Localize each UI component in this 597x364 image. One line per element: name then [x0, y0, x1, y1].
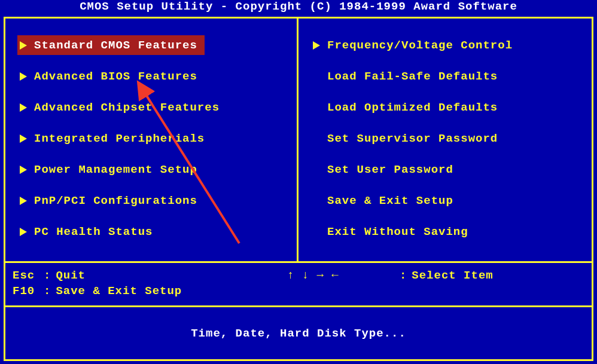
menu-column-right: Frequency/Voltage Control Load Fail-Safe… [298, 19, 592, 261]
f10-key-label: F10 [13, 285, 39, 298]
menu-load-fail-safe-defaults[interactable]: Load Fail-Safe Defaults [310, 66, 587, 86]
submenu-arrow-icon [20, 166, 27, 174]
menu-label: Integrated Peripherials [34, 132, 205, 145]
menu-label: Frequency/Voltage Control [327, 39, 513, 52]
submenu-arrow-icon [20, 134, 27, 143]
arrow-keys-icon: ↑ ↓ → ← [287, 269, 395, 299]
title-bar: CMOS Setup Utility - Copyright (C) 1984-… [0, 0, 597, 17]
menu-label: PnP/PCI Configurations [34, 194, 197, 207]
submenu-arrow-icon [20, 41, 27, 50]
help-left: Esc : Quit F10 : Save & Exit Setup [13, 269, 287, 299]
menu-label: Standard CMOS Features [34, 39, 197, 52]
save-exit-label: Save & Exit Setup [56, 285, 182, 298]
main-menu-frame: Standard CMOS Features Advanced BIOS Fea… [4, 17, 593, 263]
help-bar: Esc : Quit F10 : Save & Exit Setup ↑ ↓ →… [4, 263, 593, 307]
hint-text: Time, Date, Hard Disk Type... [191, 327, 406, 340]
colon: : [44, 269, 51, 282]
menu-save-and-exit-setup[interactable]: Save & Exit Setup [310, 191, 587, 210]
submenu-arrow-icon [20, 197, 27, 205]
submenu-arrow-icon [20, 72, 27, 81]
menu-label: PC Health Status [34, 225, 153, 238]
menu-label: Exit Without Saving [327, 225, 468, 238]
menu-set-user-password[interactable]: Set User Password [310, 160, 587, 179]
colon: : [44, 285, 51, 298]
menu-label: Save & Exit Setup [327, 194, 453, 207]
menu-integrated-peripherals[interactable]: Integrated Peripherials [17, 129, 292, 148]
menu-frequency-voltage-control[interactable]: Frequency/Voltage Control [310, 35, 587, 55]
submenu-arrow-icon [20, 228, 27, 236]
menu-standard-cmos-features[interactable]: Standard CMOS Features [17, 35, 205, 55]
esc-key-label: Esc [13, 269, 39, 282]
menu-label: Load Fail-Safe Defaults [327, 70, 498, 83]
menu-set-supervisor-password[interactable]: Set Supervisor Password [310, 129, 587, 148]
help-right: ↑ ↓ → ← : Select Item [287, 269, 584, 299]
menu-exit-without-saving[interactable]: Exit Without Saving [310, 222, 587, 241]
menu-label: Set Supervisor Password [327, 132, 498, 145]
menu-label: Advanced BIOS Features [34, 70, 197, 83]
help-save-exit: F10 : Save & Exit Setup [13, 285, 287, 298]
menu-label: Set User Password [327, 163, 453, 176]
menu-pnp-pci-configurations[interactable]: PnP/PCI Configurations [17, 191, 292, 210]
menu-label: Advanced Chipset Features [34, 101, 220, 114]
colon: : [400, 269, 407, 299]
menu-advanced-bios-features[interactable]: Advanced BIOS Features [17, 66, 292, 86]
menu-column-left: Standard CMOS Features Advanced BIOS Fea… [5, 19, 298, 261]
menu-pc-health-status[interactable]: PC Health Status [17, 222, 292, 241]
menu-load-optimized-defaults[interactable]: Load Optimized Defaults [310, 97, 587, 117]
quit-label: Quit [56, 269, 86, 282]
title-text: CMOS Setup Utility - Copyright (C) 1984-… [80, 0, 517, 13]
menu-power-management-setup[interactable]: Power Management Setup [17, 160, 292, 179]
submenu-arrow-icon [313, 41, 320, 50]
menu-label: Load Optimized Defaults [327, 101, 498, 114]
hint-bar: Time, Date, Hard Disk Type... [4, 307, 593, 361]
menu-label: Power Management Setup [34, 163, 197, 176]
submenu-arrow-icon [20, 103, 27, 112]
help-quit: Esc : Quit [13, 269, 287, 282]
select-item-label: Select Item [412, 269, 493, 299]
menu-advanced-chipset-features[interactable]: Advanced Chipset Features [17, 97, 292, 117]
